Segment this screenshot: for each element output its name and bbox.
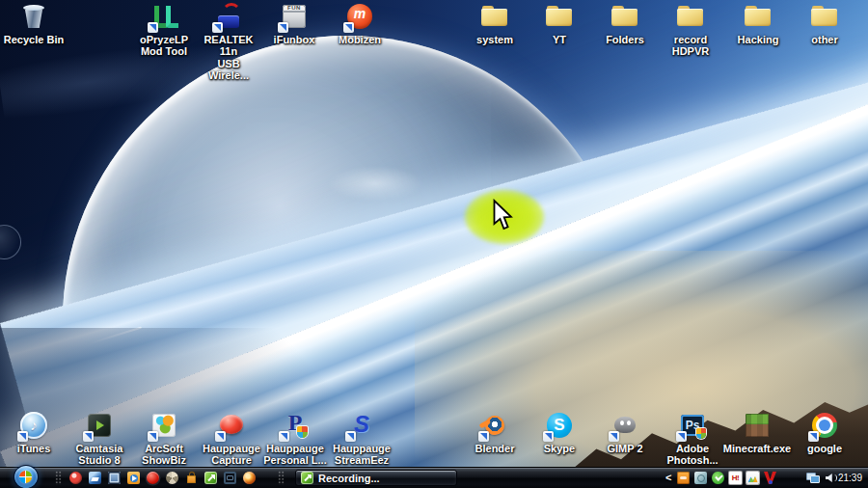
desktop-icon-skype[interactable]: SSkype [527,412,592,454]
taskbar-separator [278,471,285,485]
desktop-icon-label: Blender [475,443,515,454]
realtek-wireless-icon [212,3,245,33]
desktop-icon-google[interactable]: google [792,412,857,454]
tray-hauppauge-icon[interactable]: H! [729,472,742,484]
desktop-icon-hauppauge-personal[interactable]: PHauppaugePersonal L... [262,412,328,467]
minecraft-icon [741,412,773,442]
folder-icon [742,3,774,33]
quicklaunch-tv-display-icon[interactable] [224,472,236,484]
itunes-icon: ♪ [17,412,50,442]
folder-icon [609,3,641,33]
desktop-icon-label: Mobizen [339,34,381,45]
tray-green-check-icon[interactable] [712,472,724,484]
mobizen-icon: m [343,3,376,33]
desktop-icon-label: other [811,34,838,45]
shortcut-arrow-icon [148,431,158,442]
desktop-icon-record-hdpvr[interactable]: recordHDPVR [658,3,723,58]
desktop-icon-camtasia-studio-8[interactable]: CamtasiaStudio 8 [67,412,132,467]
desktop-icon-system[interactable]: system [462,3,528,45]
desktop-icon-blender[interactable]: Blender [462,412,528,454]
tray-red-v-icon[interactable] [764,472,776,484]
start-button[interactable] [14,465,39,488]
quicklaunch-media-player-icon[interactable] [127,472,140,484]
desktop-icon-label: Recycle Bin [4,34,64,45]
shortcut-arrow-icon [278,22,288,33]
desktop-icon-label: iTunes [17,443,51,454]
tray-disc-app-icon[interactable] [694,472,707,484]
windows-logo-icon [19,471,33,484]
taskbar-clock[interactable]: 21:39 [838,473,862,483]
desktop-icon-opryzelp-mod-tool[interactable]: oPryzeLPMod Tool [131,3,197,58]
desktop-icon-other[interactable]: other [792,3,857,45]
photoshop-icon: Ps [676,412,709,442]
hauppauge-capture-icon [215,412,248,442]
desktop-icon-recycle-bin[interactable]: Recycle Bin [1,3,67,45]
desktop-icon-itunes[interactable]: ♪iTunes [1,412,67,454]
desktop-icon-label: CamtasiaStudio 8 [76,443,123,467]
folder-icon [808,3,841,33]
desktop-icon-hauppauge-streameez[interactable]: SHauppaugeStreamEez [329,412,394,467]
quicklaunch-pinwheel-icon[interactable] [166,472,178,484]
desktop-icon-gimp-2[interactable]: GIMP 2 [592,412,658,454]
quick-launch-bar [69,468,256,488]
desktop-icon-yt[interactable]: YT [527,3,592,45]
quicklaunch-lock-icon[interactable] [185,472,198,484]
desktop-icon-label: GIMP 2 [607,443,642,454]
quicklaunch-green-arrow-icon[interactable] [204,472,217,484]
quicklaunch-red-swirl-icon[interactable] [69,472,82,484]
desktop-icon-arcsoft-showbiz[interactable]: ArcSoftShowBiz [131,412,197,467]
desktop-icon-label: Folders [606,34,644,45]
recycle-bin-icon [17,3,50,33]
desktop-icon-label: HauppaugeStreamEez [333,443,391,467]
desktop-icon-label: AdobePhotosh... [666,443,718,467]
folder-icon [674,3,707,33]
tray-image-viewer-icon[interactable] [746,472,759,484]
camtasia-icon [83,412,116,442]
skype-icon: S [543,412,576,442]
recording-app-icon [301,472,313,484]
shortcut-arrow-icon [83,431,94,442]
shortcut-arrow-icon [478,431,489,442]
taskbar-button-label: Recording... [318,473,380,484]
desktop-icon-realtek-usb-wireless[interactable]: REALTEK 11nUSB Wirele... [196,3,261,81]
quicklaunch-blue-pointer-icon[interactable] [89,472,101,484]
shortcut-arrow-icon [215,431,226,442]
desktop-icon-mobizen[interactable]: mMobizen [327,3,393,45]
shortcut-arrow-icon [345,431,356,442]
desktop-icon-label: system [476,34,513,45]
desktop-icon-label: recordHDPVR [672,34,710,58]
mouse-cursor-icon [493,199,513,231]
tray-expand-chevron[interactable]: < [665,472,671,484]
folder-icon [478,3,511,33]
desktop-icon-ifunbox[interactable]: FUNiFunbox [261,3,327,45]
desktop-icon-folders[interactable]: Folders [592,3,658,45]
hauppauge-personal-icon: P [279,412,312,442]
blender-icon [478,412,511,442]
desktop[interactable]: { "desktop": { "rows": [ { "name": "top"… [0,0,868,488]
shortcut-arrow-icon [343,22,354,33]
taskbar-button-recording[interactable]: Recording... [295,470,457,486]
desktop-icon-minecraft-exe[interactable]: Minecraft.exe [724,412,790,454]
folder-icon [543,3,576,33]
quicklaunch-firefox-icon[interactable] [243,472,256,484]
desktop-icon-label: Skype [544,443,575,454]
quicklaunch-display-window-icon[interactable] [108,472,121,484]
shortcut-arrow-icon [676,431,687,442]
shortcut-arrow-icon [808,431,819,442]
quicklaunch-record-icon[interactable] [147,472,159,484]
desktop-icon-grid: Recycle BinoPryzeLPMod ToolREALTEK 11nUS… [0,0,868,488]
shortcut-arrow-icon [17,431,28,442]
desktop-icon-hauppauge-capture[interactable]: HauppaugeCapture [199,412,264,467]
taskbar-separator [55,471,62,485]
tray-orange-app-icon[interactable] [677,472,690,484]
shortcut-arrow-icon [609,431,619,442]
volume-icon[interactable] [825,472,838,484]
shortcut-arrow-icon [279,431,289,442]
desktop-icon-label: HauppaugePersonal L... [263,443,326,467]
network-icon[interactable] [806,472,820,484]
taskbar: Recording... < H! 21:39 [0,467,868,488]
shortcut-arrow-icon [543,431,554,442]
desktop-icon-label: iFunbox [274,34,315,45]
desktop-icon-hacking[interactable]: Hacking [725,3,791,45]
desktop-icon-adobe-photoshop[interactable]: PsAdobePhotosh... [660,412,725,467]
